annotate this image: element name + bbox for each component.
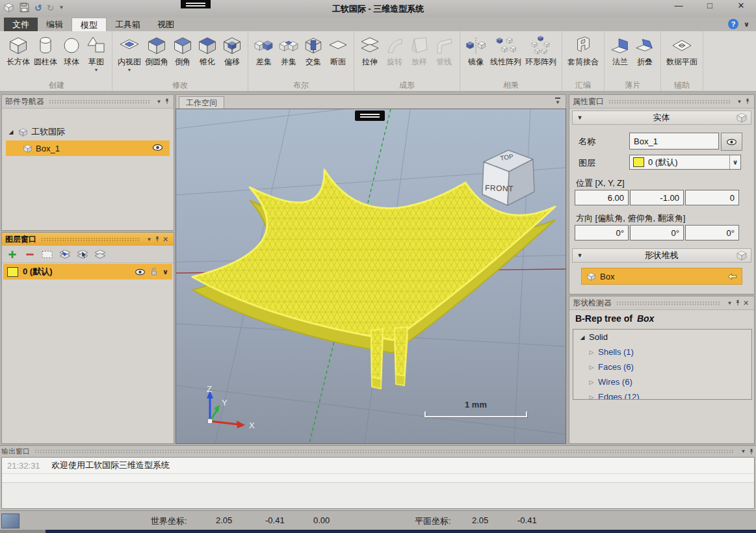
output-header[interactable]: 输出窗口 ▼ [1,447,755,456]
tree-node-root[interactable]: ◢ 工软国际 [7,125,65,139]
maximize-button[interactable]: □ [704,1,716,10]
button-union[interactable]: 并集 [276,32,301,67]
button-section[interactable]: 断面 [326,32,350,67]
panel-menu-icon[interactable]: ▼ [738,448,748,454]
drag-handle[interactable] [616,301,720,306]
layer-row-default[interactable]: 0 (默认) ∨ [3,264,172,280]
close-panel-icon[interactable]: ✕ [161,235,170,244]
button-subtract[interactable]: 差集 [252,32,276,67]
tree-node-wires[interactable]: ▷ Wires (6) [573,374,751,389]
button-datum-plane[interactable]: 数据平面 [664,32,699,67]
pin-icon[interactable] [748,448,755,456]
layer-unlock-icon[interactable] [150,267,158,276]
button-innerview[interactable]: 内视图 ▼ [116,32,143,73]
section-solid[interactable]: ▼ 实体 [572,110,751,125]
navigator-header[interactable]: 部件导航器 ▼ [2,95,174,109]
combo-chevron-icon[interactable]: ∨ [729,155,740,169]
drag-handle[interactable] [41,237,140,242]
pin-icon[interactable] [744,98,751,105]
expander-closed-icon[interactable]: ▷ [588,379,595,385]
expander-open-icon[interactable]: ◢ [7,129,15,135]
pitch-input[interactable] [630,225,684,240]
menu-tab-toolbox[interactable]: 工具箱 [107,18,149,31]
redo-icon[interactable]: ↻ [47,3,55,13]
undo-icon[interactable]: ↺ [34,3,42,13]
menu-tab-file[interactable]: 文件 [4,18,38,31]
menu-tab-view[interactable]: 视图 [149,18,183,31]
collapse-arrow-icon[interactable]: ▼ [573,114,587,121]
viewport-top-handle[interactable] [355,110,385,121]
back-arrow-icon[interactable] [727,273,737,280]
name-input[interactable] [629,133,719,150]
yaw-input[interactable] [575,225,629,240]
remove-layer-icon[interactable] [24,250,36,259]
select-layer-objects-icon[interactable] [77,250,88,259]
layer-combo[interactable]: 0 (默认) ∨ [629,155,741,170]
drag-handle[interactable] [34,449,734,454]
drag-handle[interactable] [49,99,150,104]
button-offset[interactable]: 偏移 [220,32,244,67]
qat-dropdown-icon[interactable]: ▼ [59,3,64,13]
tree-node-solid[interactable]: ◢ Solid [573,330,751,344]
viewport-3d[interactable]: TOP FRONT Z Y X 1 mm [176,109,566,444]
brep-tree[interactable]: ◢ Solid ▷ Shells (1) ▷ Faces (6) ▷ Wires… [573,329,752,400]
move-to-layer-icon[interactable] [59,250,71,259]
menu-tab-edit[interactable]: 编辑 [38,18,72,31]
layer-color-swatch[interactable] [7,267,18,277]
inspector-header[interactable]: 形状检测器 ▼ ✕ [569,296,754,310]
pin-icon[interactable] [164,98,170,105]
button-fold[interactable]: 折叠 [632,32,657,67]
drag-handle[interactable] [608,99,730,104]
button-box[interactable]: 长方体 [5,32,32,67]
button-circular-array[interactable]: 环形阵列 [523,32,558,67]
expander-closed-icon[interactable]: ▷ [588,364,595,370]
expander-open-icon[interactable]: ◢ [579,334,586,341]
workspace-tab[interactable]: 工作空间 [179,96,224,110]
button-sphere[interactable]: 球体 [59,32,84,67]
button-intersect[interactable]: 交集 [301,32,326,67]
position-y-input[interactable] [630,190,684,205]
dropdown-arrow-icon[interactable]: ▼ [127,67,132,73]
dropdown-arrow-icon[interactable]: ▼ [94,67,99,73]
panel-menu-icon[interactable]: ▼ [154,99,164,105]
section-shape-stack[interactable]: ▼ 形状堆栈 [572,248,751,263]
tree-node-faces[interactable]: ▷ Faces (6) [573,359,751,374]
panel-menu-icon[interactable]: ▼ [725,300,735,306]
button-extrude[interactable]: 拉伸 [358,32,382,67]
position-z-input[interactable] [685,190,739,205]
button-chamfer[interactable]: 倒角 [170,32,195,67]
property-header[interactable]: 属性窗口 ▼ [569,95,754,109]
panel-menu-icon[interactable]: ▼ [144,237,154,242]
help-icon[interactable]: ? [728,19,738,29]
button-sleeve-joint[interactable]: 套筒接合 [566,32,601,67]
button-cylinder[interactable]: 圆柱体 [32,32,59,67]
minimize-button[interactable]: — [673,1,684,10]
button-taper[interactable]: 锥化 [195,32,220,67]
collapse-arrow-icon[interactable]: ▼ [573,252,587,259]
button-linear-array[interactable]: 线性阵列 [488,32,523,67]
button-fillet[interactable]: 倒圆角 [143,32,170,67]
layer-visibility-eye-icon[interactable] [135,268,146,276]
expander-closed-icon[interactable]: ▷ [588,349,595,356]
pin-icon[interactable] [735,299,741,307]
menu-tab-model[interactable]: 模型 [72,18,107,31]
pin-icon[interactable] [154,235,161,243]
layers-icon[interactable] [94,250,106,259]
button-flange[interactable]: 法兰 [608,32,632,67]
panel-menu-icon[interactable]: ▼ [735,99,744,105]
roll-input[interactable] [685,225,739,240]
workspace-menu-icon[interactable]: ▼ [555,98,560,105]
close-button[interactable]: ✕ [735,1,747,10]
name-visibility-button[interactable] [721,133,742,151]
tree-node-box1[interactable]: Box_1 [6,140,170,156]
shape-stack-row-box[interactable]: Box [581,268,742,285]
ribbon-collapse-icon[interactable]: ∨ [744,20,749,29]
button-sketch[interactable]: 草图 ▼ [84,32,109,73]
viewport-canvas[interactable]: TOP FRONT Z Y X 1 mm [176,109,566,443]
layer-header[interactable]: 图层窗口 ▼ ✕ [2,233,174,246]
tree-node-shells[interactable]: ▷ Shells (1) [573,344,751,359]
marquee-icon[interactable] [42,250,53,259]
position-x-input[interactable] [575,190,629,205]
save-icon[interactable] [19,2,30,13]
button-mirror[interactable]: 镜像 [463,32,488,67]
